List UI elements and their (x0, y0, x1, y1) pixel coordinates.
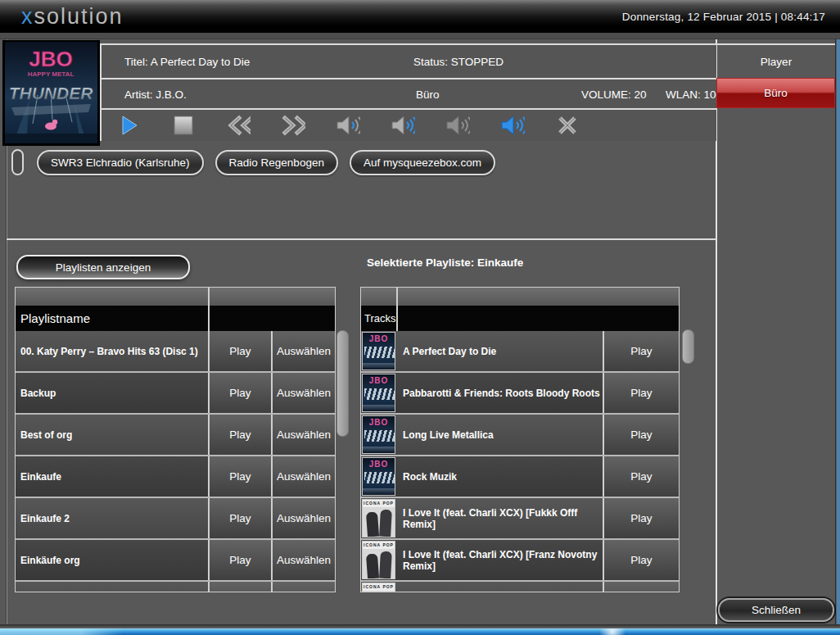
selected-playlist-label: Selektierte Playliste: Einkaufe (367, 256, 523, 269)
playlist-name: Backup (16, 373, 208, 413)
playlist-row: Einkäufe orgPlayAuswählen (16, 540, 335, 582)
radio-shortcut-row: SWR3 Elchradio (Karlsruhe) Radio Regenbo… (11, 148, 507, 176)
track-title: Long Live Metallica (396, 415, 603, 455)
wlan-text: WLAN: 100 (666, 88, 722, 100)
playlist-play-button[interactable]: Play (208, 415, 271, 455)
rewind-button[interactable] (226, 113, 251, 138)
playlist-select-button[interactable]: Auswählen (271, 373, 335, 413)
jbo-album-thumb: JBO (362, 415, 395, 454)
unmute-icon[interactable] (500, 113, 525, 138)
playlist-name: Einkaufe (16, 456, 208, 497)
playlist-select-button[interactable]: Auswählen (271, 540, 335, 580)
track-row: ICONA POPI Love It (feat. Charli XCX) [F… (361, 498, 679, 540)
track-row: JBOPabbarotti & Friends: Roots Bloody Ro… (361, 373, 679, 415)
playlist-select-button[interactable]: Auswählen (271, 456, 335, 497)
now-playing-panel: Titel: A Perfect Day to Die Status: STOP… (100, 43, 716, 141)
volume-down-icon[interactable] (336, 113, 360, 138)
album-art-subtitle-text: HAPPY METAL (28, 70, 75, 78)
player-zone-button[interactable]: Büro (716, 78, 835, 108)
playlist-select-button[interactable] (271, 582, 335, 592)
playlistname-column-header: Playlistname (16, 311, 90, 325)
radio-button-regenbogen[interactable]: Radio Regenbogen (215, 150, 338, 175)
volume-up-icon[interactable] (391, 113, 415, 138)
thumb-band-label: JBO (363, 460, 395, 469)
track-title: Rock Muzik (396, 456, 603, 497)
thumb-band-label: JBO (363, 418, 395, 427)
stop-button[interactable] (171, 113, 196, 138)
status-text: Status: STOPPED (413, 56, 504, 68)
playlists-table: Playlistname 00. Katy Perry – Bravo Hits… (15, 287, 336, 592)
track-title: A Perfect Day to Die (396, 331, 603, 371)
thumb-band-label: ICONA POP (363, 584, 395, 589)
dock-edge-bar (0, 628, 840, 635)
track-row: JBORock MuzikPlay (361, 456, 679, 498)
title-bar: xsolution Donnerstag, 12 Februar 2015 | … (0, 0, 840, 33)
radio-mini-pill[interactable] (11, 149, 24, 175)
playlist-play-button[interactable] (208, 582, 271, 592)
playlist-play-button[interactable]: Play (208, 373, 271, 413)
tracks-column-header: Tracks (361, 312, 396, 324)
playlist-row: BackupPlayAuswählen (16, 373, 335, 415)
track-row: ICONA POPI Love It (feat. Charli XCX) [F… (361, 540, 679, 582)
album-thumb-cell: JBO (361, 415, 396, 455)
track-play-button[interactable]: Play (603, 331, 679, 371)
playlists-table-header: Playlistname (16, 306, 335, 331)
playlist-row: 00. Katy Perry – Bravo Hits 63 (Disc 1)P… (16, 331, 335, 373)
playlist-row: Einkaufe 2PlayAuswählen (16, 498, 335, 540)
track-play-button[interactable] (603, 582, 679, 592)
playlist-row: Best of orgPlayAuswählen (16, 415, 335, 456)
album-thumb-cell: ICONA POP (361, 540, 396, 580)
tracks-scrollbar-thumb[interactable] (682, 329, 694, 364)
play-button[interactable] (116, 113, 141, 138)
thumb-band-label: ICONA POP (363, 501, 395, 506)
track-play-button[interactable]: Play (603, 415, 679, 455)
thumb-band-label: JBO (363, 334, 395, 343)
right-frame-blue-edge (837, 39, 840, 624)
playlist-select-button[interactable]: Auswählen (271, 331, 335, 371)
playlist-name (16, 582, 208, 592)
album-art-band-text: JBO (29, 47, 72, 71)
album-thumb-cell: JBO (361, 456, 396, 497)
tracks-table: Tracks JBOA Perfect Day to DiePlayJBOPab… (360, 287, 680, 592)
track-row: JBOLong Live MetallicaPlay (361, 415, 679, 456)
datetime-display: Donnerstag, 12 Februar 2015 | 08:44:17 (622, 11, 825, 23)
track-title: I Love It (feat. Charli XCX) [Fukkk Offf… (396, 498, 603, 538)
jbo-album-thumb: JBO (362, 374, 395, 412)
playlists-table-header-top (16, 288, 335, 306)
playlist-play-button[interactable]: Play (208, 456, 271, 497)
track-title: I Love It (feat. Charli XCX) [Franz Novo… (396, 540, 603, 580)
clear-playlist-icon[interactable] (555, 113, 580, 138)
track-title-text: Titel: A Perfect Day to Die (124, 56, 250, 68)
album-thumb-cell: JBO (361, 331, 396, 371)
radio-button-mysqueezebox[interactable]: Auf mysqueezebox.com (350, 150, 495, 175)
mute-icon[interactable] (445, 113, 470, 138)
track-play-button[interactable]: Play (603, 456, 679, 497)
playlists-scrollbar-thumb[interactable] (336, 330, 349, 437)
playlist-name: Einkaufe 2 (16, 498, 208, 538)
app-window: xsolution Donnerstag, 12 Februar 2015 | … (0, 0, 840, 635)
radio-button-swr3[interactable]: SWR3 Elchradio (Karlsruhe) (37, 150, 204, 175)
track-play-button[interactable]: Play (603, 373, 679, 413)
thumb-band-label: ICONA POP (363, 542, 395, 547)
track-play-button[interactable]: Play (603, 540, 679, 580)
icona-pop-album-thumb: ICONA POP (362, 499, 395, 537)
title-row: Titel: A Perfect Day to Die Status: STOP… (102, 45, 716, 79)
jbo-album-thumb: JBO (362, 457, 395, 496)
close-button[interactable]: Schließen (718, 598, 834, 622)
thumb-band-label: JBO (363, 376, 395, 385)
playlist-play-button[interactable]: Play (208, 498, 271, 538)
artist-text: Artist: J.B.O. (124, 88, 187, 100)
fast-forward-button[interactable] (281, 113, 305, 138)
album-art-title-text: THUNDER (9, 84, 93, 102)
track-row: ICONA POP (361, 582, 679, 592)
playlist-play-button[interactable]: Play (208, 540, 271, 580)
playlist-select-button[interactable]: Auswählen (271, 498, 335, 538)
playlist-select-button[interactable]: Auswählen (271, 415, 335, 455)
app-logo: xsolution (21, 4, 124, 29)
track-row: JBOA Perfect Day to DiePlay (361, 331, 679, 373)
playlist-row (16, 582, 335, 592)
show-playlists-button[interactable]: Playlisten anzeigen (16, 255, 190, 279)
playlist-play-button[interactable]: Play (208, 331, 271, 371)
track-play-button[interactable]: Play (603, 498, 679, 538)
section-divider (7, 238, 716, 240)
